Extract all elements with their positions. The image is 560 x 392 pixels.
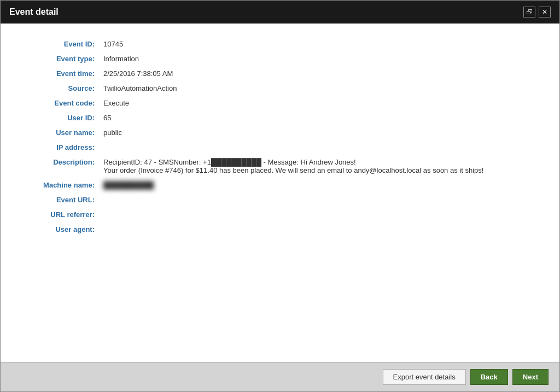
value-event-type: Information xyxy=(99,51,538,66)
value-source: TwilioAutomationAction xyxy=(99,81,538,96)
event-detail-window: Event detail 🗗 ✕ Event ID:10745Event typ… xyxy=(0,0,560,392)
label-user-name: User name: xyxy=(22,125,99,140)
label-user-agent: User agent: xyxy=(22,222,99,237)
detail-row-source: Source:TwilioAutomationAction xyxy=(22,81,538,96)
value-user-name: public xyxy=(99,125,538,140)
label-event-id: Event ID: xyxy=(22,37,99,51)
detail-row-event-time: Event time:2/25/2016 7:38:05 AM xyxy=(22,66,538,81)
detail-row-event-url: Event URL: xyxy=(22,192,538,207)
detail-row-event-code: Event code:Execute xyxy=(22,96,538,110)
footer-bar: Export event details Back Next xyxy=(1,362,559,391)
close-button[interactable]: ✕ xyxy=(539,7,551,17)
detail-row-user-name: User name:public xyxy=(22,125,538,140)
label-source: Source: xyxy=(22,81,99,96)
value-event-id: 10745 xyxy=(99,37,538,51)
detail-row-event-id: Event ID:10745 xyxy=(22,37,538,51)
value-user-agent xyxy=(99,222,538,237)
detail-row-ip-address: IP address: xyxy=(22,140,538,155)
detail-row-url-referrer: URL referrer: xyxy=(22,207,538,222)
window-title: Event detail xyxy=(9,7,59,17)
label-event-type: Event type: xyxy=(22,51,99,66)
next-button[interactable]: Next xyxy=(512,369,549,385)
label-ip-address: IP address: xyxy=(22,140,99,155)
value-event-url xyxy=(99,192,538,207)
value-ip-address xyxy=(99,140,538,155)
label-user-id: User ID: xyxy=(22,110,99,125)
detail-row-machine-name: Machine name:██████████ xyxy=(22,178,538,192)
back-button[interactable]: Back xyxy=(470,369,508,385)
label-machine-name: Machine name: xyxy=(22,178,99,192)
detail-row-user-id: User ID:65 xyxy=(22,110,538,125)
label-event-code: Event code: xyxy=(22,96,99,110)
label-description: Description: xyxy=(22,155,99,178)
content-area: Event ID:10745Event type:InformationEven… xyxy=(1,24,559,362)
detail-row-description: Description:RecipientID: 47 - SMSNumber:… xyxy=(22,155,538,178)
value-user-id: 65 xyxy=(99,110,538,125)
title-bar: Event detail 🗗 ✕ xyxy=(1,1,559,24)
restore-button[interactable]: 🗗 xyxy=(523,7,535,17)
label-event-time: Event time: xyxy=(22,66,99,81)
export-button[interactable]: Export event details xyxy=(383,369,466,385)
label-event-url: Event URL: xyxy=(22,192,99,207)
detail-row-user-agent: User agent: xyxy=(22,222,538,237)
value-event-time: 2/25/2016 7:38:05 AM xyxy=(99,66,538,81)
detail-row-event-type: Event type:Information xyxy=(22,51,538,66)
value-url-referrer xyxy=(99,207,538,222)
value-description: RecipientID: 47 - SMSNumber: +1█████████… xyxy=(99,155,538,178)
label-url-referrer: URL referrer: xyxy=(22,207,99,222)
value-event-code: Execute xyxy=(99,96,538,110)
value-machine-name: ██████████ xyxy=(99,178,538,192)
detail-table: Event ID:10745Event type:InformationEven… xyxy=(22,37,538,237)
title-bar-controls: 🗗 ✕ xyxy=(523,7,551,17)
